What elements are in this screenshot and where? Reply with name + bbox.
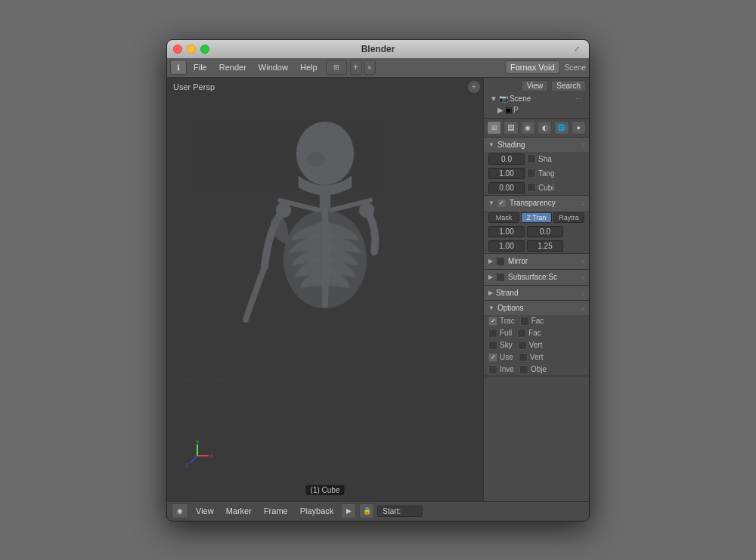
menu-file[interactable]: File	[188, 61, 212, 73]
opt-label-0a: Trac	[500, 317, 515, 325]
shading-row-1: 1.00 Tang	[484, 166, 589, 181]
scene-tree-label: Scene	[510, 94, 531, 103]
shading-label-0: Sha	[538, 155, 552, 163]
opt-check-2b[interactable]	[518, 341, 527, 350]
strand-header[interactable]: ▶ Strand :::	[484, 286, 589, 300]
strand-title: Strand	[496, 289, 518, 297]
trans-field-3[interactable]: 1.25	[527, 240, 563, 252]
trans-ztran-btn[interactable]: Z Tran	[521, 212, 552, 223]
menu-bar: ℹ File Render Window Help ⊞ + × Fornax V…	[167, 58, 589, 78]
panel-icon-grid[interactable]: ⊞	[487, 121, 501, 135]
shading-row-2: 0.00 Cubi	[484, 181, 589, 195]
status-bar: ◉ View Marker Frame Playback ▶ 🔒 Start:	[167, 501, 589, 521]
panel-icon-object[interactable]: ●	[572, 121, 586, 135]
opt-check-0a[interactable]	[488, 317, 497, 326]
subsurface-section: ▶ Subsurface:Sc :::	[484, 270, 589, 286]
view-button[interactable]: View	[522, 80, 549, 91]
lock-button[interactable]: 🔒	[359, 503, 374, 518]
options-header[interactable]: ▼ Options :::	[484, 301, 589, 315]
scene-sub-tree-row: ▶ ▣ P	[487, 104, 586, 116]
trans-raytra-btn[interactable]: Raytra	[553, 212, 584, 223]
panel-icon-camera[interactable]: ◉	[521, 121, 535, 135]
shading-field-2[interactable]: 0.00	[488, 182, 525, 193]
menu-render[interactable]: Render	[214, 61, 252, 73]
status-view[interactable]: View	[191, 505, 218, 517]
transparency-mode-row: Mask Z Tran Raytra	[484, 211, 589, 224]
opt-label-2b: Vert	[529, 341, 543, 349]
menu-window[interactable]: Window	[253, 61, 293, 73]
opt-check-1a[interactable]	[488, 329, 497, 338]
shading-row-0: 0.0 Sha	[484, 152, 589, 166]
title-bar: Blender ⤢	[167, 40, 589, 58]
trans-field-2[interactable]: 1.00	[488, 240, 525, 252]
close-button[interactable]	[173, 45, 182, 54]
transparency-header[interactable]: ▼ Transparency :::	[484, 196, 589, 211]
opt-check-4b[interactable]	[519, 365, 528, 374]
transparency-row2: 1.00 1.25	[484, 239, 589, 253]
maximize-button[interactable]	[200, 45, 209, 54]
editor-type-icon: ⊞	[333, 63, 339, 71]
viewport-label: User Persp	[173, 82, 215, 91]
trans-field-0[interactable]: 1.00	[488, 226, 525, 237]
opt-label-1b: Fac	[528, 329, 541, 337]
opt-check-1b[interactable]	[517, 329, 526, 338]
play-button[interactable]: ▶	[341, 503, 356, 518]
svg-text:Y: Y	[196, 441, 200, 444]
shading-check-0[interactable]	[527, 154, 536, 163]
status-marker[interactable]: Marker	[222, 505, 256, 517]
panel-top: View Search ▼ 📷 Scene ⋯ ▶ ▣ P	[484, 78, 589, 119]
shading-field-1[interactable]: 1.00	[488, 168, 525, 179]
subsurface-enable-check[interactable]	[496, 273, 505, 282]
opt-check-3b[interactable]	[519, 353, 528, 362]
viewport-grid	[167, 78, 483, 501]
panel-icon-image[interactable]: 🖼	[503, 121, 518, 135]
shading-title: Shading	[497, 141, 525, 149]
status-icon-button[interactable]: ◉	[172, 503, 188, 518]
status-frame[interactable]: Frame	[259, 505, 293, 517]
mirror-title: Mirror	[508, 257, 528, 265]
subsurface-header[interactable]: ▶ Subsurface:Sc :::	[484, 270, 589, 285]
editor-type-button[interactable]: ⊞	[326, 60, 347, 75]
svg-line-29	[190, 456, 197, 463]
svg-point-26	[359, 203, 374, 218]
close-area-button[interactable]: ×	[364, 60, 376, 75]
viewport-corner-button[interactable]: +	[468, 81, 480, 93]
status-playback[interactable]: Playback	[296, 505, 339, 517]
transparency-row1: 1.00 0.0	[484, 224, 589, 239]
scene-selector[interactable]: Fornax Void	[505, 60, 560, 74]
mirror-header[interactable]: ▶ Mirror :::	[484, 254, 589, 269]
transparency-title: Transparency	[510, 199, 556, 207]
blender-window: Blender ⤢ ℹ File Render Window Help ⊞ + …	[166, 39, 590, 521]
info-icon-button[interactable]: ℹ	[170, 60, 187, 75]
trans-mask-btn[interactable]: Mask	[488, 212, 519, 223]
trans-field-1[interactable]: 0.0	[527, 226, 563, 237]
mirror-enable-check[interactable]	[496, 257, 505, 266]
start-field[interactable]: Start:	[377, 506, 423, 517]
opt-check-4a[interactable]	[488, 365, 497, 374]
panel-icon-shading[interactable]: ◐	[538, 121, 552, 135]
menu-help[interactable]: Help	[295, 61, 323, 73]
shading-check-2[interactable]	[527, 183, 536, 192]
shading-check-1[interactable]	[527, 169, 536, 178]
transparency-enable-check[interactable]	[497, 199, 507, 208]
search-button[interactable]: Search	[551, 80, 586, 91]
shading-label-2: Cubi	[538, 184, 554, 192]
opt-check-3a[interactable]	[488, 353, 497, 362]
shading-header[interactable]: ▼ Shading :::	[484, 138, 589, 152]
panel-icon-world[interactable]: 🌐	[554, 121, 569, 135]
svg-text:Z: Z	[185, 463, 189, 468]
opt-check-2a[interactable]	[488, 341, 497, 350]
svg-point-20	[296, 122, 354, 185]
opt-label-3a: Use	[500, 353, 513, 361]
shading-field-0[interactable]: 0.0	[488, 153, 525, 165]
shading-section: ▼ Shading ::: 0.0 Sha 1.00 Tang	[484, 138, 589, 196]
start-label: Start:	[383, 507, 401, 515]
scene-sub-label: P	[513, 106, 519, 114]
opt-label-1a: Full	[500, 329, 512, 337]
options-row-0: Trac Fac	[484, 315, 589, 327]
add-area-button[interactable]: +	[350, 60, 362, 75]
minimize-button[interactable]	[187, 45, 196, 54]
opt-check-0b[interactable]	[520, 317, 529, 326]
panel-scroll-content[interactable]: ▼ Shading ::: 0.0 Sha 1.00 Tang	[484, 138, 589, 501]
viewport[interactable]: User Persp + X Y Z (1) Cube	[167, 78, 483, 501]
